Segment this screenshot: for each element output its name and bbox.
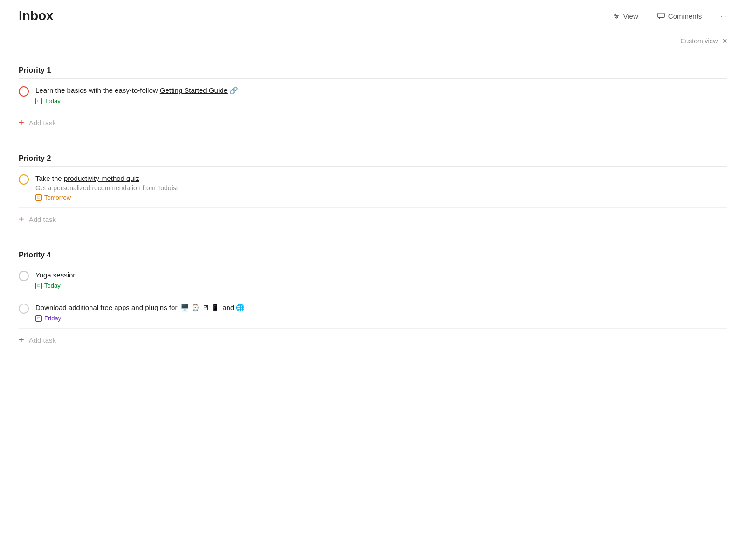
- task-title: Download additional free apps and plugin…: [35, 303, 727, 312]
- task-title: Yoga session: [35, 270, 727, 280]
- task-checkbox-priority1[interactable]: [19, 86, 29, 97]
- task-title: Take the productivity method quiz: [35, 173, 727, 183]
- priority-4-section: Priority 4 Yoga session □ Today Download…: [19, 240, 727, 351]
- more-options-button[interactable]: ···: [717, 11, 727, 21]
- task-date-today: □ Today: [35, 97, 727, 104]
- task-title-plain: Learn the basics with the easy-to-follow: [35, 86, 160, 94]
- date-calendar-icon: □: [35, 98, 42, 104]
- task-title-plain: Download additional: [35, 304, 100, 311]
- table-row: Take the productivity method quiz Get a …: [19, 167, 727, 208]
- task-date-label: Tomorrow: [44, 194, 71, 201]
- date-calendar-icon: □: [35, 283, 42, 289]
- view-label: View: [623, 12, 638, 20]
- task-title-plain: Take the: [35, 174, 64, 182]
- task-date-tomorrow: □ Tomorrow: [35, 194, 727, 201]
- task-subtitle: Get a personalized recommendation from T…: [35, 184, 727, 192]
- task-checkbox-priority2[interactable]: [19, 174, 29, 185]
- add-task-row[interactable]: + Add task: [19, 329, 727, 351]
- task-date-label: Friday: [44, 315, 61, 322]
- add-task-row[interactable]: + Add task: [19, 111, 727, 134]
- priority-2-header: Priority 2: [19, 143, 727, 166]
- add-task-row[interactable]: + Add task: [19, 208, 727, 230]
- task-date-today: □ Today: [35, 282, 727, 289]
- filter-icon: [612, 12, 621, 20]
- priority-1-header: Priority 1: [19, 55, 727, 78]
- task-title: Learn the basics with the easy-to-follow…: [35, 85, 727, 95]
- page-header: Inbox View Comments ···: [0, 0, 746, 32]
- priority-1-section: Priority 1 Learn the basics with the eas…: [19, 55, 727, 134]
- svg-point-3: [614, 14, 615, 15]
- task-title-suffix: for: [167, 304, 180, 311]
- task-content: Download additional free apps and plugin…: [35, 303, 727, 322]
- table-row: Download additional free apps and plugin…: [19, 296, 727, 329]
- custom-view-label: Custom view: [680, 37, 718, 45]
- custom-view-close-button[interactable]: ×: [722, 37, 727, 45]
- priority-4-header: Priority 4: [19, 240, 727, 263]
- priority-2-section: Priority 2 Take the productivity method …: [19, 143, 727, 230]
- comment-icon: [657, 12, 665, 20]
- add-task-label: Add task: [29, 215, 56, 223]
- platform-extra-icon: 🌐: [236, 304, 245, 311]
- date-calendar-icon: □: [35, 315, 42, 322]
- view-button[interactable]: View: [608, 10, 642, 22]
- task-and-text: and: [221, 304, 236, 311]
- svg-rect-6: [658, 13, 664, 18]
- add-task-plus-icon: +: [19, 118, 24, 127]
- task-title-link[interactable]: Getting Started Guide: [160, 86, 228, 94]
- task-date-friday: □ Friday: [35, 315, 727, 322]
- task-content: Learn the basics with the easy-to-follow…: [35, 85, 727, 104]
- chain-icon: 🔗: [229, 86, 238, 94]
- task-content: Take the productivity method quiz Get a …: [35, 173, 727, 201]
- page-title: Inbox: [19, 8, 54, 23]
- task-date-label: Today: [44, 97, 61, 104]
- comments-label: Comments: [668, 12, 702, 20]
- table-row: Learn the basics with the easy-to-follow…: [19, 79, 727, 111]
- add-task-label: Add task: [29, 336, 56, 344]
- platform-icons: 🖥️ ⌚ 🖥 📱: [180, 303, 220, 312]
- add-task-plus-icon: +: [19, 335, 24, 345]
- task-date-label: Today: [44, 282, 61, 289]
- task-checkbox[interactable]: [19, 304, 29, 314]
- add-task-plus-icon: +: [19, 214, 24, 224]
- task-title-link[interactable]: free apps and plugins: [100, 304, 167, 311]
- svg-point-5: [615, 17, 617, 18]
- comments-button[interactable]: Comments: [653, 10, 706, 22]
- task-checkbox[interactable]: [19, 271, 29, 281]
- table-row: Yoga session □ Today: [19, 263, 727, 296]
- header-actions: View Comments ···: [608, 10, 727, 22]
- custom-view-bar: Custom view ×: [0, 32, 746, 50]
- svg-point-4: [616, 15, 618, 17]
- main-content: Priority 1 Learn the basics with the eas…: [0, 50, 746, 379]
- add-task-label: Add task: [29, 119, 56, 127]
- task-title-link[interactable]: productivity method quiz: [64, 174, 139, 182]
- date-calendar-icon: □: [35, 194, 42, 201]
- task-content: Yoga session □ Today: [35, 270, 727, 289]
